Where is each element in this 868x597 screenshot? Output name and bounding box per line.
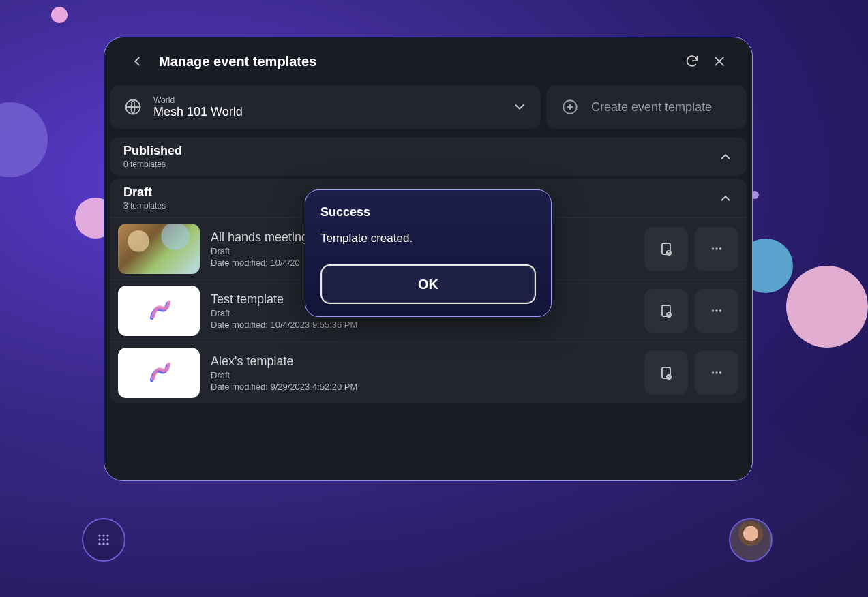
template-date: Date modified: 10/4/2023 9:55:36 PM — [211, 320, 633, 330]
dialog-ok-button[interactable]: OK — [320, 264, 536, 304]
decorative-orb — [786, 266, 868, 348]
create-template-label: Create event template — [591, 100, 712, 114]
svg-point-17 — [98, 534, 100, 536]
device-icon — [658, 303, 674, 319]
svg-point-16 — [719, 371, 721, 373]
template-thumbnail — [118, 224, 200, 274]
refresh-icon — [685, 54, 700, 69]
grid-icon — [95, 532, 112, 548]
svg-point-20 — [98, 538, 100, 540]
svg-point-23 — [98, 542, 100, 545]
dialog-title: Success — [320, 205, 536, 219]
success-dialog: Success Template created. OK — [305, 189, 552, 317]
template-more-button[interactable] — [695, 289, 738, 333]
published-section-header[interactable]: Published 0 templates — [110, 137, 747, 176]
chevron-up-icon — [718, 149, 733, 164]
template-copy-button[interactable] — [644, 351, 688, 395]
decorative-orb — [0, 102, 48, 177]
chevron-up-icon — [718, 191, 733, 206]
template-more-button[interactable] — [695, 227, 738, 271]
decorative-orb — [51, 7, 68, 23]
template-copy-button[interactable] — [644, 227, 688, 271]
template-date: Date modified: 9/29/2023 4:52:20 PM — [211, 382, 633, 392]
svg-point-15 — [715, 371, 717, 373]
svg-point-11 — [719, 309, 721, 311]
world-label: World — [153, 95, 501, 105]
panel-header: Manage event templates — [104, 37, 752, 85]
template-copy-button[interactable] — [644, 289, 688, 333]
svg-point-14 — [712, 371, 714, 373]
device-icon — [658, 241, 674, 257]
refresh-button[interactable] — [678, 48, 706, 75]
avatar-button[interactable] — [729, 518, 773, 562]
create-template-button[interactable]: Create event template — [546, 85, 747, 129]
template-more-button[interactable] — [695, 351, 738, 395]
more-icon — [709, 365, 724, 380]
svg-point-25 — [106, 542, 108, 545]
svg-point-22 — [106, 538, 108, 540]
published-title: Published — [123, 144, 718, 158]
svg-point-6 — [719, 247, 721, 249]
template-name: Alex's template — [211, 354, 633, 369]
back-button[interactable] — [123, 48, 151, 75]
published-count: 0 templates — [123, 159, 718, 169]
template-row[interactable]: Alex's template Draft Date modified: 9/2… — [110, 341, 747, 403]
svg-point-9 — [712, 309, 714, 311]
plus-circle-icon — [561, 98, 579, 116]
svg-point-24 — [102, 542, 104, 545]
svg-point-18 — [102, 534, 104, 536]
close-button[interactable] — [706, 48, 733, 75]
dialog-message: Template created. — [320, 232, 536, 245]
panel-title: Manage event templates — [159, 54, 678, 70]
app-grid-button[interactable] — [82, 518, 125, 562]
world-selector[interactable]: World Mesh 101 World — [110, 85, 541, 129]
dialog-ok-label: OK — [418, 277, 438, 292]
world-value: Mesh 101 World — [153, 105, 501, 119]
more-icon — [709, 303, 724, 318]
svg-point-10 — [715, 309, 717, 311]
close-icon — [713, 55, 726, 68]
template-status: Draft — [211, 370, 633, 380]
device-icon — [658, 365, 674, 381]
more-icon — [709, 241, 724, 256]
chevron-down-icon — [512, 99, 527, 114]
globe-icon — [123, 97, 143, 117]
template-thumbnail — [118, 286, 200, 336]
svg-point-19 — [106, 534, 108, 536]
arrow-left-icon — [130, 54, 145, 69]
svg-point-5 — [715, 247, 717, 249]
svg-point-4 — [712, 247, 714, 249]
svg-point-21 — [102, 538, 104, 540]
template-thumbnail — [118, 348, 200, 398]
